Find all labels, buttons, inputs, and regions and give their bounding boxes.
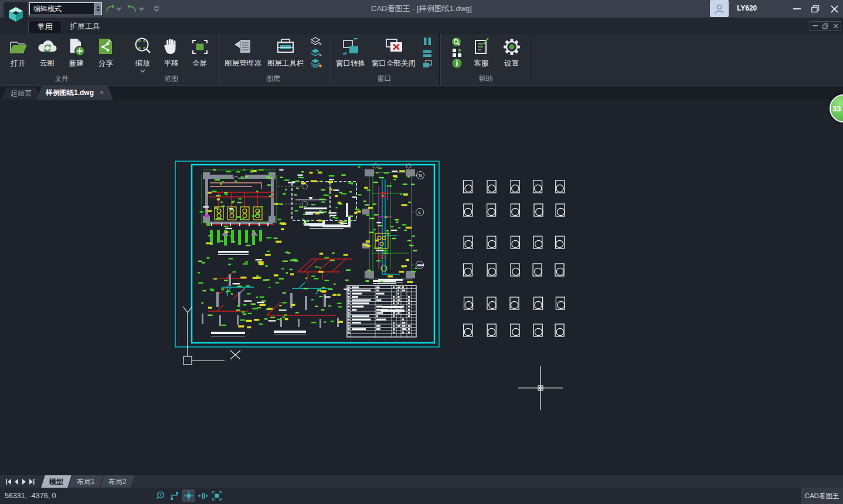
close-all-windows-icon (382, 36, 406, 57)
layer-on-icon[interactable] (310, 37, 322, 47)
svg-text:L: L (419, 210, 422, 215)
fullscreen-icon (189, 36, 211, 57)
about-info-icon[interactable] (451, 58, 463, 69)
close-button[interactable] (827, 0, 842, 18)
restore-button[interactable] (808, 0, 823, 18)
group-label-view: 览图 (125, 73, 217, 84)
customer-service-button[interactable]: 客服 (470, 35, 492, 69)
prev-tab-icon[interactable] (12, 478, 20, 486)
check-update-icon[interactable] (451, 37, 463, 47)
zoom-status-icon[interactable] (154, 489, 167, 502)
statusbar: 56331, -4376, 0 CAD看图王 (0, 488, 843, 504)
new-document-icon (65, 36, 87, 57)
tab-drawing-label: 样例图纸1.dwg (46, 86, 94, 100)
layer-freeze-icon[interactable] (310, 48, 322, 58)
pump-symbols (215, 207, 262, 220)
mdi-restore-icon[interactable] (822, 23, 828, 29)
cad-drawing: N L K (0, 100, 843, 475)
edit-mode-dropdown[interactable]: 编辑模式 (29, 2, 102, 15)
app-logo-icon[interactable] (4, 2, 28, 26)
cursor-coordinates: 56331, -4376, 0 (5, 488, 56, 504)
mdi-close-icon[interactable] (833, 23, 838, 29)
ribbon: 打开 云图 (0, 33, 843, 86)
tile-vertical-icon[interactable] (422, 37, 433, 46)
annotation-marks (198, 166, 424, 329)
tab-start-page[interactable]: 起始页 (1, 87, 41, 100)
ribbon-tabrow: 常用 扩展工具 (0, 18, 843, 33)
open-button[interactable]: 打开 (7, 35, 29, 69)
layer-toolbar-icon (274, 36, 297, 57)
share-icon (94, 36, 117, 57)
polyline-status-icon[interactable] (168, 489, 181, 502)
cascade-windows-icon[interactable] (422, 60, 433, 69)
window-switch-icon (339, 36, 362, 57)
redo-button[interactable] (127, 4, 138, 13)
group-view: 缩放 平移 (125, 33, 217, 86)
user-avatar[interactable] (710, 0, 729, 17)
group-layer: 图层管理器 图层工具栏 (218, 33, 328, 86)
tab-model[interactable]: 模型 (41, 475, 72, 488)
document-tabbar: 起始页 样例图纸1.dwg × (0, 86, 843, 100)
window-title: CAD看图王 - [样例图纸1.dwg] (176, 0, 667, 18)
crosshair-status-icon[interactable] (182, 489, 195, 502)
tab-layout1[interactable]: 布局1 (69, 475, 103, 488)
group-label-help: 帮助 (441, 73, 531, 84)
group-label-file: 文件 (0, 73, 124, 84)
tile-horizontal-icon[interactable] (422, 49, 433, 57)
undo-dropdown-icon[interactable] (116, 7, 121, 11)
settings-button[interactable]: 设置 (501, 35, 523, 69)
mdi-minimize-icon[interactable] (813, 25, 818, 27)
tab-layout2[interactable]: 布局2 (100, 475, 135, 488)
next-tab-icon[interactable] (20, 478, 28, 486)
view-schedule-table (347, 279, 416, 337)
tab-close-icon[interactable]: × (100, 86, 104, 100)
pan-button[interactable]: 平移 (160, 35, 182, 69)
zoom-button[interactable]: 缩放 (132, 35, 154, 73)
layout-tabbar: 模型 布局1 布局2 (0, 475, 843, 488)
group-file: 打开 云图 (0, 33, 124, 86)
block-symbol-grid (463, 181, 565, 336)
new-button[interactable]: 新建 (65, 35, 87, 69)
tab-home[interactable]: 常用 (28, 20, 62, 33)
window-switch-button[interactable]: 窗口转换 (336, 35, 365, 69)
drawing-canvas[interactable]: N L K (0, 100, 843, 475)
last-tab-icon[interactable] (28, 478, 35, 486)
mdi-window-controls (810, 21, 841, 31)
layer-manager-button[interactable]: 图层管理器 (225, 35, 261, 69)
cloud-button[interactable]: 云图 (36, 35, 59, 69)
svg-text:N: N (419, 173, 422, 178)
dropdown-scroll-icon[interactable] (94, 3, 101, 15)
customer-service-icon (470, 36, 492, 57)
share-button[interactable]: 分享 (94, 35, 117, 69)
tab-drawing[interactable]: 样例图纸1.dwg × (36, 86, 113, 100)
minimize-button[interactable] (789, 0, 804, 18)
customize-toolbar-icon[interactable] (154, 6, 159, 12)
axis-bubbles: N L K (412, 172, 424, 269)
username-label: LY620 (737, 4, 757, 12)
snap-status-icon[interactable] (196, 489, 209, 502)
zoom-magnifier-icon (132, 36, 154, 57)
group-label-window: 窗口 (329, 73, 439, 84)
group-label-layer: 图层 (219, 73, 328, 84)
first-tab-icon[interactable] (5, 478, 12, 486)
fullscreen-status-icon[interactable] (210, 489, 223, 502)
drawing-border-frame (175, 161, 439, 347)
undo-button[interactable] (104, 4, 115, 13)
layer-current-icon[interactable] (310, 59, 322, 69)
settings-gear-icon (501, 36, 523, 57)
product-grid-icon[interactable] (451, 48, 463, 57)
pan-hand-icon (160, 36, 182, 57)
close-all-windows-button[interactable]: 窗口全部关闭 (372, 35, 416, 69)
cloud-sync-icon (36, 36, 59, 57)
zoom-dropdown-icon[interactable] (140, 69, 145, 73)
view-riser-plan: N L K (362, 164, 424, 284)
group-window: 窗口转换 窗口全部关闭 (329, 33, 440, 86)
layer-toolbar-button[interactable]: 图层工具栏 (267, 35, 304, 69)
view-isometric-left (202, 272, 254, 336)
redo-dropdown-icon[interactable] (139, 7, 144, 11)
tab-extended-tools[interactable]: 扩展工具 (61, 20, 109, 33)
app-window: CAD看图王 - [样例图纸1.dwg] 编辑模式 (0, 0, 843, 504)
open-folder-icon (7, 36, 29, 57)
layer-manager-icon (232, 36, 255, 57)
fullscreen-button[interactable]: 全屏 (189, 35, 211, 69)
